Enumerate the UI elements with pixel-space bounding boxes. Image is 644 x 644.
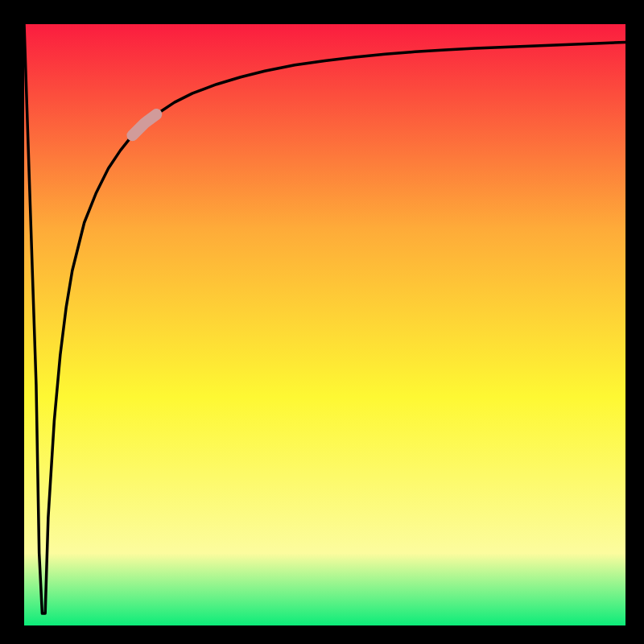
chart-container: TheBottleneck.com (0, 0, 644, 644)
bottleneck-curve-plot (0, 0, 644, 644)
gradient-background (24, 24, 625, 625)
